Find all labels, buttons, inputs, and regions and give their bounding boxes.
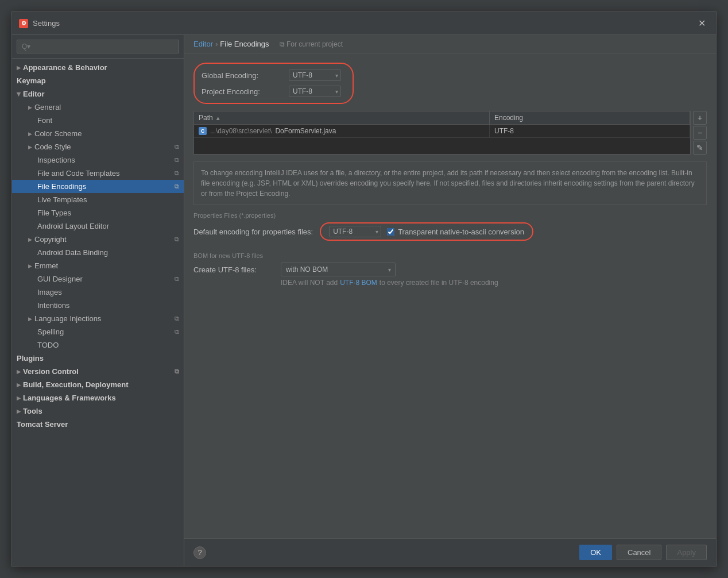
- sidebar-item-label: General: [34, 103, 61, 111]
- sidebar-item-label: Tools: [23, 407, 42, 415]
- sidebar-item-label: TODO: [37, 341, 59, 349]
- path-dim: ...\day08\src\servlet\: [210, 127, 272, 135]
- panel-header: Editor › File Encodings ⧉ For current pr…: [184, 35, 716, 53]
- sidebar-item-label: Inspections: [37, 156, 75, 164]
- td-encoding-value: UTF-8: [494, 127, 514, 135]
- global-encoding-select[interactable]: UTF-8 ISO-8859-1 US-ASCII: [289, 70, 341, 81]
- th-encoding: Encoding: [490, 111, 690, 124]
- sidebar-item-filetypes[interactable]: File Types: [12, 206, 184, 219]
- sort-icon: ▲: [215, 115, 221, 121]
- th-path: Path ▲: [194, 111, 490, 124]
- sidebar-item-label: Build, Execution, Deployment: [23, 380, 128, 389]
- dialog-title: Settings: [33, 19, 60, 28]
- sidebar-item-label: Font: [37, 116, 52, 125]
- sidebar-item-guidesigner[interactable]: GUI Designer ⧉: [12, 272, 184, 286]
- table-row[interactable]: C ...\day08\src\servlet\DoFormServlet.ja…: [194, 125, 690, 138]
- sidebar-item-todo[interactable]: TODO: [12, 338, 184, 352]
- breadcrumb: Editor › File Encodings: [193, 40, 269, 48]
- transparent-checkbox-label[interactable]: Transparent native-to-ascii conversion: [387, 228, 524, 236]
- encoding-settings-group: Global Encoding: UTF-8 ISO-8859-1 US-ASC…: [193, 63, 354, 104]
- title-bar: ⚙ Settings ✕: [12, 12, 716, 35]
- sidebar-item-editor[interactable]: ▶ Editor: [12, 87, 184, 101]
- apply-button[interactable]: Apply: [666, 545, 707, 560]
- sidebar-item-label: File Types: [37, 209, 71, 217]
- bom-note-link[interactable]: UTF-8 BOM: [340, 279, 377, 287]
- global-encoding-label: Global Encoding:: [202, 71, 282, 80]
- table-remove-button[interactable]: −: [693, 126, 707, 140]
- project-encoding-select[interactable]: UTF-8 ISO-8859-1 US-ASCII: [289, 86, 341, 97]
- sidebar-item-tomcatserver[interactable]: Tomcat Server: [12, 418, 184, 431]
- bom-note-text: IDEA will NOT add: [281, 279, 338, 287]
- sidebar-item-label: Color Scheme: [34, 129, 82, 138]
- sidebar-item-androiddatabinding[interactable]: Android Data Binding: [12, 246, 184, 259]
- chevron-icon: ▶: [17, 395, 21, 401]
- sidebar-item-tools[interactable]: ▶ Tools: [12, 404, 184, 418]
- sidebar-item-fileencodings[interactable]: File Encodings ⧉: [12, 180, 184, 193]
- sidebar-item-label: Copyright: [34, 235, 67, 244]
- sidebar-item-languagesframeworks[interactable]: ▶ Languages & Frameworks: [12, 391, 184, 404]
- copy-icon: ⧉: [175, 143, 179, 151]
- breadcrumb-separator: ›: [215, 40, 218, 48]
- bom-row: Create UTF-8 files: with NO BOM with BOM: [193, 263, 707, 276]
- cancel-button[interactable]: Cancel: [617, 545, 661, 560]
- th-encoding-label: Encoding: [494, 114, 523, 122]
- properties-encoding-select[interactable]: UTF-8 ISO-8859-1: [329, 226, 381, 237]
- for-project-link[interactable]: ⧉ For current project: [280, 40, 343, 48]
- help-button[interactable]: ?: [193, 546, 206, 559]
- copy-icon: ⧉: [175, 315, 179, 322]
- sidebar-item-label: GUI Designer: [37, 275, 83, 283]
- bom-note-suffix: to every created file in UTF-8 encoding: [380, 279, 498, 287]
- sidebar-item-livetemplates[interactable]: Live Templates: [12, 193, 184, 206]
- copy-icon: ⧉: [175, 183, 179, 190]
- sidebar-item-colorscheme[interactable]: ▶ Color Scheme: [12, 127, 184, 140]
- project-encoding-label: Project Encoding:: [202, 87, 282, 96]
- bom-label: Create UTF-8 files:: [193, 265, 274, 274]
- sidebar-item-intentions[interactable]: Intentions: [12, 299, 184, 312]
- sidebar-item-emmet[interactable]: ▶ Emmet: [12, 259, 184, 272]
- ok-button[interactable]: OK: [579, 545, 612, 560]
- sidebar-item-buildexecution[interactable]: ▶ Build, Execution, Deployment: [12, 378, 184, 391]
- project-encoding-row: Project Encoding: UTF-8 ISO-8859-1 US-AS…: [202, 86, 341, 97]
- bom-section-title: BOM for new UTF-8 files: [193, 252, 707, 259]
- sidebar-item-label: Android Layout Editor: [37, 222, 109, 230]
- sidebar-item-inspections[interactable]: Inspections ⧉: [12, 153, 184, 167]
- properties-row: Default encoding for properties files: U…: [193, 222, 707, 241]
- chevron-icon: ▶: [17, 369, 21, 375]
- sidebar-item-general[interactable]: ▶ General: [12, 101, 184, 114]
- sidebar-item-images[interactable]: Images: [12, 286, 184, 299]
- chevron-icon: ▶: [28, 263, 32, 269]
- table-add-button[interactable]: +: [693, 111, 707, 125]
- sidebar: ▶ Appearance & Behavior Keymap ▶ Editor …: [12, 35, 184, 566]
- global-encoding-select-wrapper: UTF-8 ISO-8859-1 US-ASCII: [289, 70, 341, 81]
- breadcrumb-parent[interactable]: Editor: [193, 40, 213, 48]
- sidebar-item-languageinjections[interactable]: ▶ Language Injections ⧉: [12, 312, 184, 325]
- sidebar-item-font[interactable]: Font: [12, 114, 184, 127]
- table-edit-button[interactable]: ✎: [693, 141, 707, 155]
- table-side-buttons: + − ✎: [693, 111, 707, 155]
- title-bar-left: ⚙ Settings: [19, 19, 60, 28]
- chevron-icon: ▶: [16, 92, 22, 96]
- table-header: Path ▲ Encoding: [194, 111, 690, 125]
- sidebar-item-spelling[interactable]: Spelling ⧉: [12, 325, 184, 338]
- sidebar-item-keymap[interactable]: Keymap: [12, 74, 184, 87]
- sidebar-item-plugins[interactable]: Plugins: [12, 352, 184, 365]
- main-panel: Editor › File Encodings ⧉ For current pr…: [184, 35, 716, 566]
- sidebar-item-copyright[interactable]: ▶ Copyright ⧉: [12, 233, 184, 246]
- sidebar-item-androidlayout[interactable]: Android Layout Editor: [12, 219, 184, 233]
- th-path-label: Path: [199, 114, 213, 122]
- dialog-body: ▶ Appearance & Behavior Keymap ▶ Editor …: [12, 35, 716, 566]
- properties-encoding-select-wrapper: UTF-8 ISO-8859-1: [329, 226, 381, 237]
- file-table: Path ▲ Encoding C ...\day08\src\servlet\…: [193, 111, 691, 155]
- search-input[interactable]: [17, 40, 179, 53]
- bom-select[interactable]: with NO BOM with BOM: [281, 263, 396, 276]
- copy-icon: ⧉: [175, 156, 179, 164]
- path-highlight: DoFormServlet.java: [275, 127, 336, 135]
- sidebar-item-codestyle[interactable]: ▶ Code Style ⧉: [12, 140, 184, 153]
- sidebar-item-versioncontrol[interactable]: ▶ Version Control ⧉: [12, 365, 184, 378]
- sidebar-item-filecodetemplates[interactable]: File and Code Templates ⧉: [12, 167, 184, 180]
- close-button[interactable]: ✕: [695, 17, 709, 30]
- transparent-checkbox[interactable]: [387, 228, 394, 236]
- footer-left: ?: [193, 545, 575, 560]
- sidebar-item-appearance[interactable]: ▶ Appearance & Behavior: [12, 61, 184, 74]
- sidebar-item-label: Android Data Binding: [37, 248, 108, 257]
